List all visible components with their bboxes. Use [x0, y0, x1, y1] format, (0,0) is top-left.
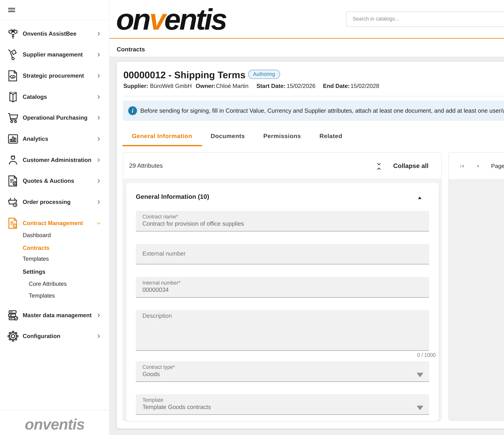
svg-text:onventis: onventis [25, 418, 85, 433]
svg-text:§: § [14, 224, 16, 227]
svg-text:onventis: onventis [116, 4, 227, 31]
